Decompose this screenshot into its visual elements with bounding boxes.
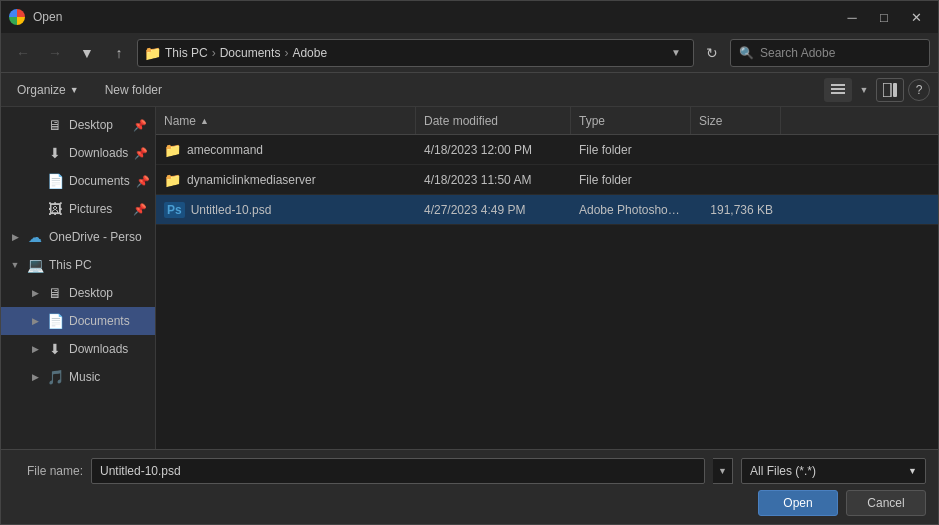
sidebar-item-pictures-pinned[interactable]: 🖼 Pictures 📌 [1, 195, 155, 223]
close-button[interactable]: ✕ [902, 7, 930, 27]
new-folder-button[interactable]: New folder [95, 78, 172, 102]
filename-dropdown-button[interactable]: ▼ [713, 458, 733, 484]
table-row[interactable]: Ps Untitled-10.psd 4/27/2023 4:49 PM Ado… [156, 195, 938, 225]
breadcrumb-documents[interactable]: Documents [220, 46, 281, 60]
sidebar-label: OneDrive - Perso [49, 230, 147, 244]
folder-icon: 📁 [164, 172, 181, 188]
sidebar-item-documents-pc[interactable]: ▶ 📄 Documents [1, 307, 155, 335]
documents-icon: 📄 [47, 173, 63, 189]
view-dropdown-button[interactable]: ▼ [856, 78, 872, 102]
downloads-pc-icon: ⬇ [47, 341, 63, 357]
filetype-dropdown-icon: ▼ [908, 466, 917, 476]
search-input[interactable] [760, 46, 921, 60]
organize-dropdown-icon: ▼ [70, 85, 79, 95]
thispc-icon: 💻 [27, 257, 43, 273]
file-list-area: Name ▲ Date modified Type Size 📁 ame [156, 107, 938, 449]
psd-icon: Ps [164, 202, 185, 218]
sidebar-label: Desktop [69, 286, 147, 300]
pin-icon: 📌 [133, 119, 147, 132]
pictures-icon: 🖼 [47, 201, 63, 217]
filetype-label: All Files (*.*) [750, 464, 816, 478]
breadcrumb-adobe[interactable]: Adobe [292, 46, 327, 60]
col-type-label: Type [579, 114, 605, 128]
sort-arrow-icon: ▲ [200, 116, 209, 126]
sidebar: 🖥 Desktop 📌 ⬇ Downloads 📌 📄 Documents 📌 … [1, 107, 156, 449]
forward-button[interactable]: → [41, 39, 69, 67]
toolbar2-right: ▼ ? [824, 78, 930, 102]
table-row[interactable]: 📁 dynamiclinkmediaserver 4/18/2023 11:50… [156, 165, 938, 195]
col-header-name[interactable]: Name ▲ [156, 107, 416, 134]
sidebar-item-music[interactable]: ▶ 🎵 Music [1, 363, 155, 391]
filetype-select[interactable]: All Files (*.*) ▼ [741, 458, 926, 484]
back-button[interactable]: ← [9, 39, 37, 67]
expander-icon: ▶ [29, 343, 41, 355]
svg-rect-3 [883, 83, 891, 97]
expander-icon: ▶ [29, 371, 41, 383]
file-date-cell: 4/18/2023 11:50 AM [416, 173, 571, 187]
file-list-header: Name ▲ Date modified Type Size [156, 107, 938, 135]
filename-input[interactable] [91, 458, 705, 484]
pin-icon: 📌 [133, 203, 147, 216]
cancel-button[interactable]: Cancel [846, 490, 926, 516]
sidebar-item-thispc[interactable]: ▼ 💻 This PC [1, 251, 155, 279]
file-name: Untitled-10.psd [191, 203, 272, 217]
filename-label: File name: [13, 464, 83, 478]
search-box: 🔍 [730, 39, 930, 67]
preview-button[interactable] [876, 78, 904, 102]
window-title: Open [33, 10, 62, 24]
sidebar-item-documents-pinned[interactable]: 📄 Documents 📌 [1, 167, 155, 195]
open-button[interactable]: Open [758, 490, 838, 516]
file-type-cell: File folder [571, 143, 691, 157]
up-button[interactable]: ↑ [105, 39, 133, 67]
music-icon: 🎵 [47, 369, 63, 385]
sidebar-item-downloads-pinned[interactable]: ⬇ Downloads 📌 [1, 139, 155, 167]
breadcrumb: This PC › Documents › Adobe [165, 46, 661, 60]
documents-pc-icon: 📄 [47, 313, 63, 329]
file-name-cell: 📁 amecommand [156, 142, 416, 158]
sidebar-item-desktop-pc[interactable]: ▶ 🖥 Desktop [1, 279, 155, 307]
expander-icon [29, 175, 41, 187]
breadcrumb-sep-2: › [284, 46, 288, 60]
buttons-row: Open Cancel [13, 490, 926, 516]
file-type-cell: Adobe Photoshop... [571, 203, 691, 217]
sidebar-item-downloads-pc[interactable]: ▶ ⬇ Downloads [1, 335, 155, 363]
address-dropdown-button[interactable]: ▼ [665, 42, 687, 64]
sidebar-label: Documents [69, 174, 130, 188]
col-header-type[interactable]: Type [571, 107, 691, 134]
expander-icon [29, 203, 41, 215]
col-header-size[interactable]: Size [691, 107, 781, 134]
expander-icon: ▶ [29, 315, 41, 327]
file-name: dynamiclinkmediaserver [187, 173, 316, 187]
expander-icon [29, 147, 41, 159]
dropdown-history-button[interactable]: ▼ [73, 39, 101, 67]
list-view-icon [831, 83, 845, 97]
file-name-cell: Ps Untitled-10.psd [156, 202, 416, 218]
table-row[interactable]: 📁 amecommand 4/18/2023 12:00 PM File fol… [156, 135, 938, 165]
refresh-button[interactable]: ↻ [698, 39, 726, 67]
desktop-pc-icon: 🖥 [47, 285, 63, 301]
sidebar-item-desktop-pinned[interactable]: 🖥 Desktop 📌 [1, 111, 155, 139]
organize-toolbar: Organize ▼ New folder ▼ ? [1, 73, 938, 107]
sidebar-label: Downloads [69, 146, 128, 160]
pin-icon: 📌 [136, 175, 150, 188]
col-header-date[interactable]: Date modified [416, 107, 571, 134]
breadcrumb-sep-1: › [212, 46, 216, 60]
sidebar-item-onedrive[interactable]: ▶ ☁ OneDrive - Perso [1, 223, 155, 251]
filename-row: File name: ▼ All Files (*.*) ▼ [13, 458, 926, 484]
file-date-cell: 4/27/2023 4:49 PM [416, 203, 571, 217]
maximize-button[interactable]: □ [870, 7, 898, 27]
file-size-cell: 191,736 KB [691, 203, 781, 217]
file-list: 📁 amecommand 4/18/2023 12:00 PM File fol… [156, 135, 938, 449]
sidebar-label: Documents [69, 314, 147, 328]
breadcrumb-thispc[interactable]: This PC [165, 46, 208, 60]
svg-rect-0 [831, 84, 845, 86]
address-bar[interactable]: 📁 This PC › Documents › Adobe ▼ [137, 39, 694, 67]
view-list-button[interactable] [824, 78, 852, 102]
help-button[interactable]: ? [908, 79, 930, 101]
minimize-button[interactable]: ─ [838, 7, 866, 27]
sidebar-label: Music [69, 370, 147, 384]
preview-pane-icon [883, 83, 897, 97]
content-area: 🖥 Desktop 📌 ⬇ Downloads 📌 📄 Documents 📌 … [1, 107, 938, 449]
organize-button[interactable]: Organize ▼ [9, 78, 87, 102]
col-name-label: Name [164, 114, 196, 128]
